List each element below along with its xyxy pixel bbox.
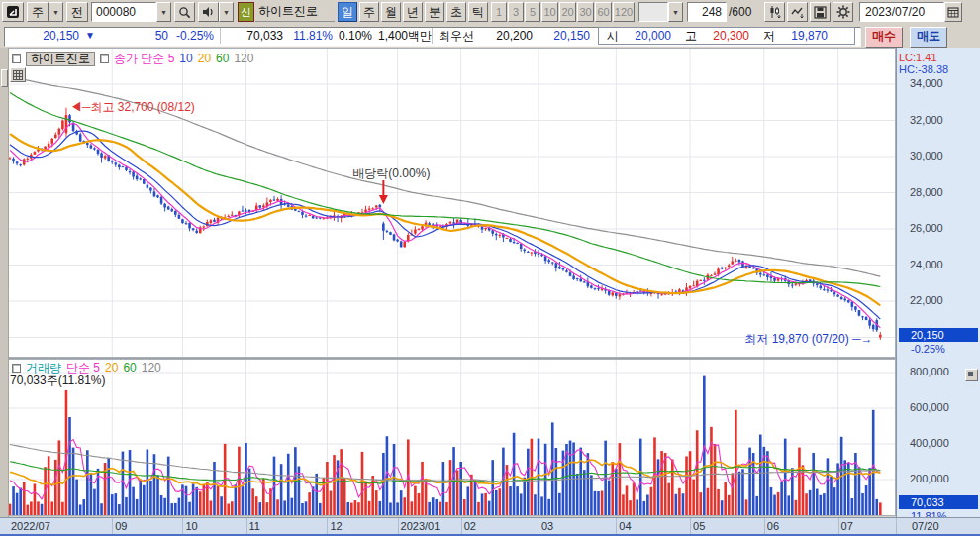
price-volume-chart[interactable]: [0, 48, 980, 517]
ma-checkbox[interactable]: [100, 54, 109, 63]
tab-day[interactable]: 일: [338, 2, 357, 22]
period-quick-dropdown[interactable]: ▼: [49, 2, 63, 22]
legend-ma20[interactable]: 20: [198, 52, 211, 65]
x-axis-label: 05: [693, 520, 705, 532]
tab-tick-label: 틱: [472, 4, 484, 21]
current-volume-tag: 70,033: [899, 495, 978, 509]
interval-30[interactable]: 30: [577, 2, 594, 22]
calendar-button[interactable]: [944, 2, 962, 22]
bar-total-text: /600: [729, 5, 751, 19]
price-tick-label: 32,000: [910, 114, 943, 127]
left-collapse-strip[interactable]: [0, 48, 9, 517]
legend-ma60[interactable]: 60: [216, 52, 229, 65]
volume-checkbox[interactable]: [12, 364, 21, 373]
x-axis-label: 11: [249, 520, 260, 532]
divider: [432, 28, 433, 44]
save-chart-button[interactable]: [810, 2, 831, 22]
jeon-button[interactable]: 전: [66, 2, 88, 22]
volume-legend-ma5[interactable]: 단순 5: [66, 361, 100, 375]
extra-combo[interactable]: [638, 2, 668, 22]
tab-week[interactable]: 주: [359, 2, 379, 22]
price-tick-label: 24,000: [910, 259, 943, 271]
volume-tick-label: 200,000: [910, 473, 949, 485]
x-axis-bar[interactable]: 2022/07091011122023/0102030405060707/20: [0, 517, 980, 534]
interval-120[interactable]: 120: [613, 2, 635, 22]
x-axis-label: 02: [464, 520, 476, 532]
interval-60[interactable]: 60: [595, 2, 612, 22]
legend-ma10[interactable]: 10: [179, 52, 192, 65]
grid-settings-button[interactable]: [10, 67, 26, 82]
x-axis-separator: [616, 518, 617, 534]
gear-icon: [836, 5, 850, 19]
volume-legend-ma60[interactable]: 60: [123, 361, 136, 375]
legend-ma5[interactable]: 종가 단순 5: [114, 52, 174, 65]
sound-button[interactable]: [198, 2, 219, 22]
bar-count-input[interactable]: 248: [687, 2, 727, 22]
grid-icon: [13, 70, 23, 80]
series-name-box[interactable]: 하이트진로: [26, 52, 95, 66]
buy-button[interactable]: 매수: [865, 27, 903, 48]
volume-current-value: 70,033주(11.81%): [10, 374, 106, 387]
interval-1[interactable]: 1: [491, 2, 507, 22]
stock-code-input[interactable]: 000080: [91, 2, 156, 22]
main-toolbar: 주 ▼ 전 000080 ▼ ▼ 신 하이트진로 일 주 월 년 분 초 틱 1…: [0, 0, 980, 27]
tab-second[interactable]: 초: [446, 2, 466, 22]
x-axis-label: 10: [185, 520, 197, 532]
candle-add-icon: [768, 5, 782, 19]
x-axis-label: 2022/07: [11, 520, 50, 532]
volume-legend-ma120[interactable]: 120: [142, 361, 161, 375]
popup-window-button[interactable]: [2, 2, 24, 22]
trade-value: 1,400백만: [374, 29, 432, 43]
high-price: 20,300: [700, 29, 749, 43]
interval-5[interactable]: 5: [525, 2, 540, 22]
current-price-pct: -0.25%: [911, 343, 945, 356]
tab-month-label: 월: [385, 4, 397, 21]
add-candle-tool-button[interactable]: [764, 2, 785, 22]
right-arrow-icon: ─→: [852, 332, 873, 346]
chevron-down-icon: ▼: [160, 9, 167, 16]
best-ask: 20,200: [483, 29, 533, 43]
pane-expand-icon[interactable]: [965, 369, 978, 381]
volume-value: 70,033: [228, 29, 283, 43]
new-badge: 신: [238, 2, 254, 22]
annotation-low: 최저 19,870 (07/20) ─→: [744, 333, 872, 346]
period-quick-button[interactable]: 주: [27, 2, 49, 22]
interval-10[interactable]: 10: [541, 2, 558, 22]
date-input[interactable]: 2023/07/20: [859, 2, 944, 22]
volume-legend-ma20[interactable]: 20: [105, 361, 118, 375]
tab-tick[interactable]: 틱: [468, 2, 488, 22]
interval-3[interactable]: 3: [508, 2, 524, 22]
quote-bar: 20,150 ▼ 50 -0.25% 70,033 11.81% 0.10% 1…: [0, 26, 980, 49]
tab-minute[interactable]: 분: [425, 2, 444, 22]
down-arrow-icon: ▼: [85, 29, 95, 43]
volume-legend-title[interactable]: 거래량: [26, 361, 61, 375]
price-axis-pane[interactable]: LC:1.41 HC:-38.38 20,150 -0.25% 70,033 1…: [896, 48, 980, 517]
sound-dropdown[interactable]: ▼: [219, 2, 234, 22]
chevron-down-icon: ▼: [52, 9, 59, 16]
price-tick-label: 30,000: [910, 150, 943, 162]
add-line-tool-button[interactable]: [787, 2, 808, 22]
divider: [220, 28, 221, 44]
stock-search-button[interactable]: [174, 2, 195, 22]
interval-20[interactable]: 20: [559, 2, 576, 22]
hc-label: HC:-38.38: [899, 63, 948, 75]
open-label: 시: [607, 29, 619, 43]
x-axis-separator: [182, 518, 183, 534]
chevron-down-icon: ▼: [223, 9, 230, 16]
chart-settings-button[interactable]: [833, 2, 853, 22]
volume-current-text: 70,033주(11.81%): [10, 375, 106, 387]
extra-combo-dropdown[interactable]: ▼: [668, 2, 683, 22]
tab-month[interactable]: 월: [381, 2, 401, 22]
low-price: 19,870: [778, 29, 828, 43]
tab-second-label: 초: [450, 4, 462, 21]
legend-ma120[interactable]: 120: [234, 52, 253, 65]
tab-year[interactable]: 년: [403, 2, 423, 22]
sell-button[interactable]: 매도: [910, 27, 947, 48]
splitter-handle[interactable]: [1, 69, 8, 87]
price-change-pct: -0.25%: [172, 29, 214, 43]
tab-week-label: 주: [363, 4, 375, 21]
stock-code-dropdown[interactable]: ▼: [156, 2, 171, 22]
series-checkbox[interactable]: [12, 54, 21, 63]
speaker-icon: [202, 6, 215, 18]
series-name-label: 하이트진로: [31, 52, 90, 65]
